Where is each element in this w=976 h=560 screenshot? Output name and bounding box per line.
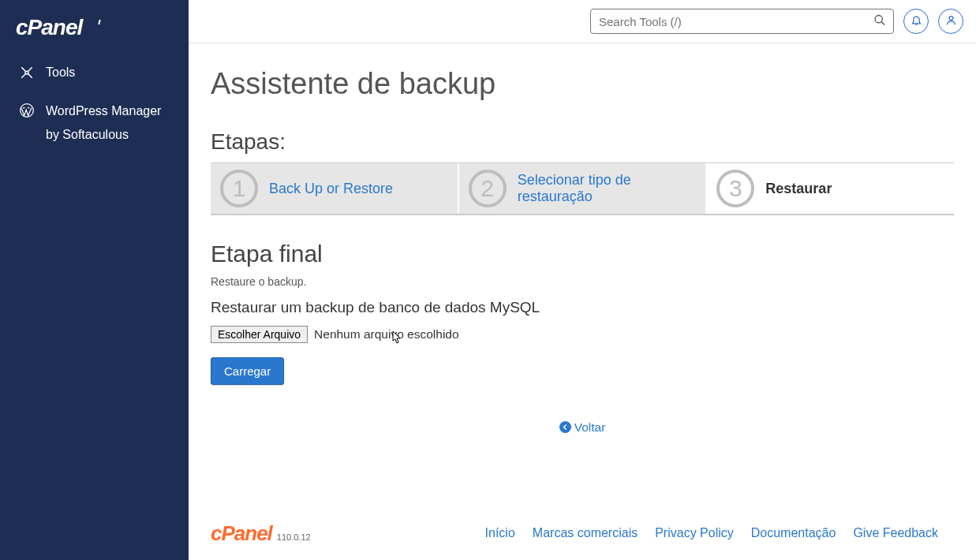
restore-subtitle: Restaurar um backup de banco de dados My… <box>211 299 954 316</box>
step-label: Restaurar <box>765 181 832 197</box>
svg-rect-1 <box>98 20 100 24</box>
step-label: Selecionar tipo de restauração <box>518 172 697 205</box>
step-1[interactable]: 1 Back Up or Restore <box>211 163 459 214</box>
step-number: 3 <box>716 170 754 207</box>
search-input[interactable] <box>590 9 894 34</box>
footer-link-privacy[interactable]: Privacy Policy <box>655 526 734 540</box>
wordpress-icon <box>19 103 35 118</box>
step-3: 3 Restaurar <box>707 163 954 214</box>
search-icon <box>873 17 886 29</box>
choose-file-button[interactable]: Escolher Arquivo <box>211 326 308 343</box>
user-menu-button[interactable] <box>938 9 963 34</box>
step-number: 2 <box>469 170 507 207</box>
user-icon <box>945 14 957 28</box>
upload-button[interactable]: Carregar <box>211 357 284 385</box>
sidebar-item-label: WordPress Manager by Softaculous <box>46 99 170 147</box>
sidebar: cPanel Tools WordPress Manager by Softac… <box>0 0 189 560</box>
footer-link-home[interactable]: Início <box>485 526 515 540</box>
cpanel-logo[interactable]: cPanel <box>0 9 189 55</box>
footer-link-trademarks[interactable]: Marcas comerciais <box>533 526 638 540</box>
step-bar: 1 Back Up or Restore 2 Selecionar tipo d… <box>211 162 954 215</box>
footer: cPanel 110.0.12 Início Marcas comerciais… <box>211 513 954 554</box>
search-wrap <box>590 9 894 34</box>
bell-icon <box>911 14 922 28</box>
svg-point-2 <box>25 71 28 74</box>
file-status-text: Nenhum arquivo escolhido <box>314 327 459 342</box>
footer-cpanel-logo[interactable]: cPanel <box>211 521 272 546</box>
back-link[interactable]: Voltar <box>559 420 606 435</box>
main-area: Assistente de backup Etapas: 1 Back Up o… <box>189 0 976 560</box>
file-input-row: Escolher Arquivo Nenhum arquivo escolhid… <box>211 326 954 343</box>
back-link-label: Voltar <box>574 420 606 435</box>
final-step-heading: Etapa final <box>211 241 954 267</box>
tools-icon <box>19 65 35 80</box>
version-text: 110.0.12 <box>277 532 311 542</box>
sidebar-item-wordpress[interactable]: WordPress Manager by Softaculous <box>0 90 189 157</box>
sidebar-item-tools[interactable]: Tools <box>0 55 189 90</box>
step-number: 1 <box>220 170 258 207</box>
content: Assistente de backup Etapas: 1 Back Up o… <box>189 43 976 560</box>
search-button[interactable] <box>870 11 889 32</box>
notifications-button[interactable] <box>903 9 929 34</box>
footer-link-feedback[interactable]: Give Feedback <box>853 526 938 540</box>
final-step-hint: Restaure o backup. <box>211 275 954 288</box>
footer-links: Início Marcas comerciais Privacy Policy … <box>485 526 938 540</box>
back-arrow-icon <box>559 421 571 433</box>
footer-link-docs[interactable]: Documentação <box>751 526 836 540</box>
topbar <box>189 0 976 43</box>
page-title: Assistente de backup <box>211 67 954 101</box>
sidebar-item-label: Tools <box>46 65 75 80</box>
step-label: Back Up or Restore <box>269 181 393 197</box>
svg-text:cPanel: cPanel <box>16 16 84 39</box>
steps-heading: Etapas: <box>211 129 954 155</box>
svg-point-5 <box>949 17 953 21</box>
svg-point-4 <box>875 16 882 23</box>
step-2[interactable]: 2 Selecionar tipo de restauração <box>459 163 708 214</box>
